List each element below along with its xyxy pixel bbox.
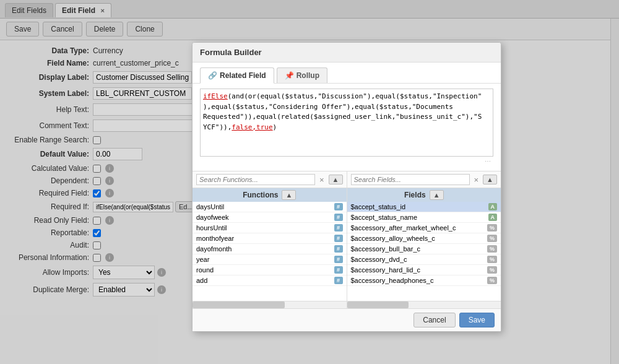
functions-scrollbar — [193, 301, 347, 308]
list-item[interactable]: round # — [193, 265, 347, 275]
list-item[interactable]: year # — [193, 254, 347, 265]
fields-search-bar: × ▲ — [347, 171, 501, 188]
formula-close: ) — [273, 123, 277, 131]
formula-body-3: Requested")),equal(related($assigned_use… — [203, 113, 482, 121]
formula-content[interactable]: ifElse(and(or(equal($status,"Discussion"… — [200, 89, 493, 157]
list-item[interactable]: daysUntil # — [193, 202, 347, 212]
fields-panel: × ▲ Fields ▲ $accept_status_id A $accept… — [347, 171, 501, 308]
fields-search-clear-icon[interactable]: × — [472, 175, 481, 184]
function-name: dayofweek — [196, 214, 229, 221]
related-field-icon: 🔗 — [208, 71, 217, 80]
function-name: daysUntil — [196, 203, 224, 210]
function-name: year — [196, 256, 209, 263]
formula-body-1: (and(or(equal($status,"Discussion"),equa… — [228, 92, 482, 100]
main-panel: Edit Fields Edit Field × Save Cancel Del… — [0, 0, 619, 364]
list-item[interactable]: dayofweek # — [193, 212, 347, 223]
dialog-title: Formula Builder — [193, 43, 501, 63]
formula-body-2: ),equal($status,"Considering Offer"),equ… — [203, 103, 453, 111]
list-item[interactable]: $accessory_headphones_c % — [347, 275, 501, 286]
functions-search-bar: × ▲ — [193, 171, 347, 188]
dialog-tabs: 🔗 Related Field 📌 Rollup — [193, 63, 501, 84]
functions-header-label: Functions — [243, 191, 278, 199]
list-item[interactable]: $accessory_after_market_wheel_c % — [347, 223, 501, 233]
fields-header-label: Fields — [404, 191, 426, 199]
resize-handle[interactable]: ⋯ — [200, 157, 493, 166]
list-item[interactable]: $accessory_dvd_c % — [347, 254, 501, 265]
field-name: $accessory_hard_lid_c — [351, 266, 421, 274]
functions-panel-header: Functions ▲ — [193, 188, 347, 202]
function-name: round — [196, 266, 214, 274]
tab-rollup[interactable]: 📌 Rollup — [277, 67, 327, 83]
function-badge: # — [334, 245, 343, 253]
function-badge: # — [334, 256, 343, 263]
formula-builder-dialog: Formula Builder 🔗 Related Field 📌 Rollup… — [192, 42, 501, 332]
field-name: $accessory_bull_bar_c — [351, 245, 421, 253]
function-badge: # — [334, 214, 343, 221]
fields-scrollbar — [347, 301, 501, 308]
functions-search-input[interactable] — [196, 174, 315, 185]
function-name: hoursUntil — [196, 224, 227, 232]
list-item[interactable]: $accessory_hard_lid_c % — [347, 265, 501, 275]
field-badge: % — [487, 224, 497, 232]
rollup-icon: 📌 — [285, 71, 294, 80]
fields-panel-header: Fields ▲ — [347, 188, 501, 202]
function-badge: # — [334, 235, 343, 242]
formula-true: ,true — [252, 123, 272, 131]
dialog-cancel-button[interactable]: Cancel — [413, 313, 455, 327]
field-badge: % — [487, 235, 497, 242]
list-item[interactable]: $accept_status_id A — [347, 202, 501, 212]
function-badge: # — [334, 277, 343, 284]
field-name: $accessory_after_market_wheel_c — [351, 224, 456, 232]
rollup-tab-label: Rollup — [297, 71, 319, 80]
field-badge: % — [487, 277, 497, 284]
fields-list: $accept_status_id A $accept_status_name … — [347, 202, 501, 301]
formula-area: ifElse(and(or(equal($status,"Discussion"… — [193, 84, 501, 171]
field-badge: % — [487, 245, 497, 253]
list-item[interactable]: dayofmonth # — [193, 244, 347, 254]
list-item[interactable]: monthofyear # — [193, 233, 347, 244]
function-badge: # — [334, 224, 343, 232]
field-name: $accessory_dvd_c — [351, 256, 407, 263]
functions-sort-button[interactable]: ▲ — [329, 175, 343, 184]
function-name: dayofmonth — [196, 245, 232, 253]
dialog-save-button[interactable]: Save — [459, 313, 495, 327]
list-item[interactable]: add # — [193, 275, 347, 286]
list-item[interactable]: $accept_status_name A — [347, 212, 501, 223]
fields-header-sort-button[interactable]: ▲ — [430, 190, 444, 200]
functions-header-sort-button[interactable]: ▲ — [282, 190, 296, 200]
field-badge: A — [488, 214, 498, 221]
field-badge: % — [487, 256, 497, 263]
function-badge: # — [334, 266, 343, 274]
list-item[interactable]: $accessory_alloy_wheels_c % — [347, 233, 501, 244]
function-name: monthofyear — [196, 235, 234, 242]
field-name: $accept_status_name — [351, 214, 418, 221]
field-name: $accept_status_id — [351, 203, 406, 210]
tab-related-field[interactable]: 🔗 Related Field — [200, 67, 274, 84]
fields-sort-button[interactable]: ▲ — [483, 175, 497, 184]
field-badge: A — [488, 203, 498, 210]
related-field-tab-label: Related Field — [220, 71, 266, 80]
field-name: $accessory_headphones_c — [351, 277, 434, 284]
list-item[interactable]: hoursUntil # — [193, 223, 347, 233]
formula-keyword: ifElse — [203, 92, 228, 100]
function-badge: # — [334, 203, 343, 210]
field-badge: % — [487, 266, 497, 274]
fields-search-input[interactable] — [351, 174, 470, 185]
formula-body-4: YCF")), — [203, 123, 232, 131]
functions-search-clear-icon[interactable]: × — [318, 175, 326, 184]
dialog-footer: Cancel Save — [193, 308, 501, 331]
list-item[interactable]: $accessory_bull_bar_c % — [347, 244, 501, 254]
functions-list: daysUntil # dayofweek # hoursUntil # mon… — [193, 202, 347, 301]
functions-panel: × ▲ Functions ▲ daysUntil # dayofweek # — [193, 171, 347, 308]
formula-false-strikethrough: false — [232, 123, 252, 131]
search-panels: × ▲ Functions ▲ daysUntil # dayofweek # — [193, 171, 501, 308]
function-name: add — [196, 277, 207, 284]
field-name: $accessory_alloy_wheels_c — [351, 235, 435, 242]
